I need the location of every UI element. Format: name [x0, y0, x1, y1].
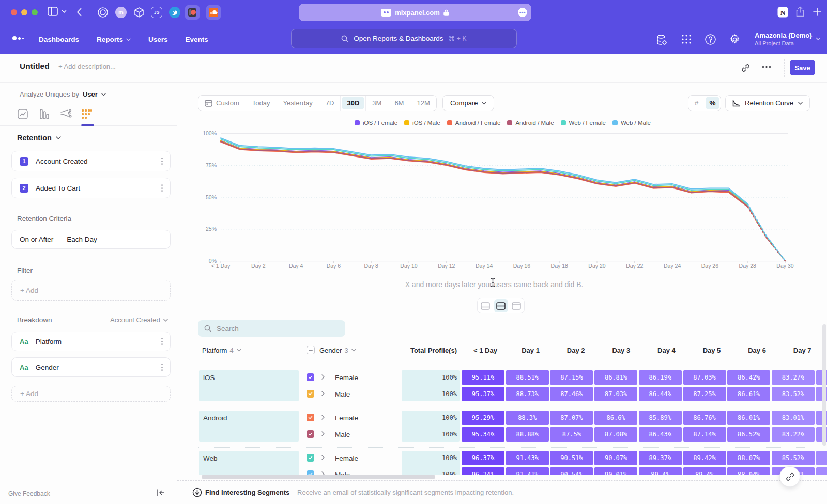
- extension-soundcloud-icon[interactable]: [206, 5, 221, 20]
- breakdown-scope-dropdown[interactable]: Account Created: [110, 316, 168, 324]
- legend-item[interactable]: Android / Male: [507, 120, 554, 126]
- nav-item-reports[interactable]: Reports: [97, 36, 131, 43]
- column-header-day: Day 4: [645, 341, 688, 359]
- tab-retention-icon[interactable]: [81, 108, 93, 120]
- share-icon[interactable]: [795, 6, 805, 18]
- retention-step-1[interactable]: 1 Account Created: [11, 151, 171, 171]
- layout-chart-only-button[interactable]: [479, 299, 493, 312]
- row-checkbox[interactable]: [307, 390, 314, 398]
- breakdown-options-icon[interactable]: [161, 338, 163, 345]
- extension-loom-icon[interactable]: [185, 5, 200, 20]
- retention-step-2[interactable]: 2 Added To Cart: [11, 178, 171, 198]
- breakdown-add-button[interactable]: + Add: [11, 386, 171, 402]
- retention-section-header[interactable]: Retention: [17, 134, 61, 142]
- legend-item[interactable]: iOS / Male: [404, 120, 440, 126]
- copy-link-icon[interactable]: [741, 64, 750, 72]
- save-button[interactable]: Save: [790, 60, 815, 75]
- more-actions-icon[interactable]: [762, 66, 771, 68]
- svg-text:100%: 100%: [203, 130, 217, 136]
- settings-gear-icon[interactable]: [729, 34, 741, 45]
- legend-item[interactable]: Web / Female: [561, 120, 606, 126]
- expand-row-icon[interactable]: [321, 431, 325, 436]
- row-checkbox[interactable]: [307, 454, 314, 462]
- legend-item[interactable]: iOS / Female: [355, 120, 397, 126]
- tab-insights-icon[interactable]: [17, 108, 29, 120]
- layout-table-only-button[interactable]: [510, 299, 524, 312]
- column-header-day: < 1 Day: [464, 341, 507, 359]
- collapse-sidebar-icon[interactable]: [157, 489, 165, 496]
- analyze-value[interactable]: User: [83, 90, 98, 98]
- step-options-icon[interactable]: [161, 158, 163, 165]
- filter-add-button[interactable]: + Add: [11, 280, 171, 301]
- extension-bird-icon[interactable]: [169, 7, 180, 18]
- select-all-checkbox[interactable]: [307, 346, 315, 354]
- criteria-on-or-after[interactable]: On or After: [20, 235, 53, 243]
- url-more-icon[interactable]: •••: [518, 8, 527, 17]
- horizontal-scrollbar[interactable]: [202, 475, 435, 479]
- row-checkbox[interactable]: [307, 373, 314, 381]
- nav-item-dashboards[interactable]: Dashboards: [39, 36, 79, 43]
- expand-row-icon[interactable]: [321, 415, 325, 420]
- share-link-button[interactable]: [779, 466, 800, 487]
- chart-type-dropdown[interactable]: Retention Curve: [725, 95, 810, 111]
- sidebar-toggle-icon[interactable]: [48, 7, 58, 16]
- tab-flows-icon[interactable]: [60, 108, 72, 120]
- compare-button[interactable]: Compare: [442, 95, 494, 111]
- range-yesterday[interactable]: Yesterday: [277, 96, 319, 111]
- help-icon[interactable]: [705, 34, 716, 45]
- vertical-scrollbar[interactable]: [822, 324, 826, 446]
- analyze-uniques-control[interactable]: Analyze Uniques by User: [20, 90, 106, 98]
- row-checkbox[interactable]: [307, 414, 314, 421]
- tab-funnels-icon[interactable]: [38, 108, 51, 120]
- data-management-icon[interactable]: [655, 34, 668, 46]
- column-header-gender[interactable]: Gender3: [307, 341, 356, 359]
- extension-target-icon[interactable]: [97, 7, 109, 18]
- legend-label: Android / Male: [515, 120, 554, 126]
- range-3m[interactable]: 3M: [365, 96, 388, 111]
- column-header-platform[interactable]: Platform4: [202, 341, 241, 359]
- retention-criteria-control[interactable]: On or After Each Day: [11, 230, 171, 249]
- give-feedback-link[interactable]: Give Feedback: [8, 490, 50, 497]
- step-options-icon[interactable]: [161, 184, 163, 192]
- report-title[interactable]: Untitled: [20, 61, 50, 71]
- table-search-input[interactable]: Search: [198, 320, 345, 337]
- apps-grid-icon[interactable]: [681, 34, 692, 45]
- nav-item-users[interactable]: Users: [148, 36, 168, 43]
- extension-js-icon[interactable]: JS: [151, 7, 162, 18]
- window-zoom-button[interactable]: [32, 9, 38, 15]
- legend-item[interactable]: Android / Female: [447, 120, 501, 126]
- range-today[interactable]: Today: [246, 96, 277, 111]
- breakdown-gender[interactable]: Aa Gender: [11, 357, 171, 377]
- back-icon[interactable]: [76, 8, 82, 17]
- range-30d[interactable]: 30D: [340, 96, 365, 111]
- mixpanel-logo[interactable]: [12, 36, 24, 40]
- notion-app-icon[interactable]: N: [777, 7, 788, 18]
- project-switcher[interactable]: Amazonia {Demo} All Project Data: [755, 32, 812, 46]
- range-6m[interactable]: 6M: [388, 96, 410, 111]
- window-minimize-button[interactable]: [21, 9, 27, 15]
- window-close-button[interactable]: [11, 9, 17, 15]
- format-percent-button[interactable]: %: [705, 96, 721, 111]
- extension-cube-icon[interactable]: [133, 7, 145, 18]
- nav-item-events[interactable]: Events: [186, 36, 208, 43]
- new-tab-icon[interactable]: [813, 7, 822, 17]
- expand-row-icon[interactable]: [321, 374, 325, 380]
- extension-avatar-icon[interactable]: m: [115, 7, 127, 18]
- nav-search-button[interactable]: Open Reports & Dashboards ⌘ + K: [291, 29, 517, 48]
- format-count-button[interactable]: #: [688, 96, 705, 111]
- find-segments-title[interactable]: Find Interesting Segments: [205, 489, 289, 496]
- expand-row-icon[interactable]: [321, 455, 325, 460]
- range-7d[interactable]: 7D: [319, 96, 341, 111]
- range-custom[interactable]: Custom: [198, 96, 246, 111]
- breakdown-options-icon[interactable]: [161, 364, 163, 371]
- address-bar[interactable]: mixpanel.com •••: [299, 4, 531, 21]
- sidebar-chevron-icon[interactable]: [62, 10, 67, 13]
- row-checkbox[interactable]: [307, 430, 314, 438]
- layout-split-button[interactable]: [494, 299, 508, 312]
- range-12m[interactable]: 12M: [410, 96, 436, 111]
- expand-row-icon[interactable]: [321, 391, 325, 396]
- breakdown-platform[interactable]: Aa Platform: [11, 332, 171, 351]
- legend-item[interactable]: Web / Male: [612, 120, 651, 126]
- report-description-placeholder[interactable]: + Add description...: [58, 62, 116, 70]
- criteria-each-day[interactable]: Each Day: [67, 235, 97, 243]
